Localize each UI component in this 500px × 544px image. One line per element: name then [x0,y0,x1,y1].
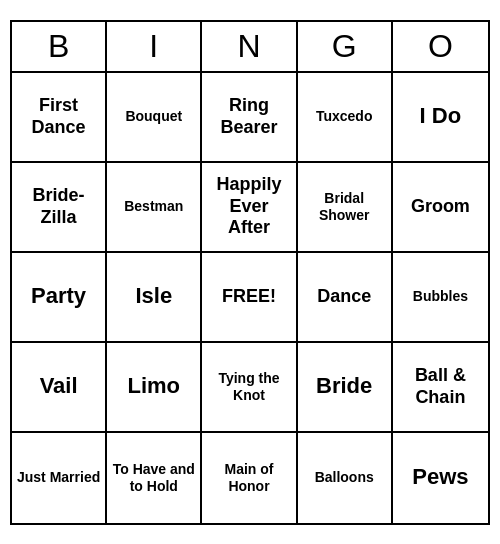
header-letter: I [107,22,202,71]
bingo-cell: Tuxcedo [298,73,393,163]
bingo-cell: Tying the Knot [202,343,297,433]
bingo-cell: Happily Ever After [202,163,297,253]
bingo-cell: Just Married [12,433,107,523]
bingo-grid: First DanceBouquetRing BearerTuxcedoI Do… [12,73,488,523]
bingo-cell: Vail [12,343,107,433]
bingo-cell: Main of Honor [202,433,297,523]
bingo-cell: Balloons [298,433,393,523]
bingo-cell: Bouquet [107,73,202,163]
bingo-cell: Limo [107,343,202,433]
bingo-cell: Ring Bearer [202,73,297,163]
bingo-cell: To Have and to Hold [107,433,202,523]
bingo-cell: Bubbles [393,253,488,343]
bingo-cell: Pews [393,433,488,523]
bingo-cell: FREE! [202,253,297,343]
bingo-cell: Groom [393,163,488,253]
bingo-cell: Ball & Chain [393,343,488,433]
bingo-card: BINGO First DanceBouquetRing BearerTuxce… [10,20,490,525]
bingo-cell: First Dance [12,73,107,163]
header-letter: N [202,22,297,71]
header-letter: B [12,22,107,71]
bingo-cell: Bridal Shower [298,163,393,253]
bingo-cell: Isle [107,253,202,343]
bingo-cell: Bride [298,343,393,433]
header-letter: O [393,22,488,71]
bingo-cell: I Do [393,73,488,163]
header-letter: G [298,22,393,71]
bingo-cell: Bride-Zilla [12,163,107,253]
bingo-cell: Bestman [107,163,202,253]
bingo-header: BINGO [12,22,488,73]
bingo-cell: Dance [298,253,393,343]
bingo-cell: Party [12,253,107,343]
